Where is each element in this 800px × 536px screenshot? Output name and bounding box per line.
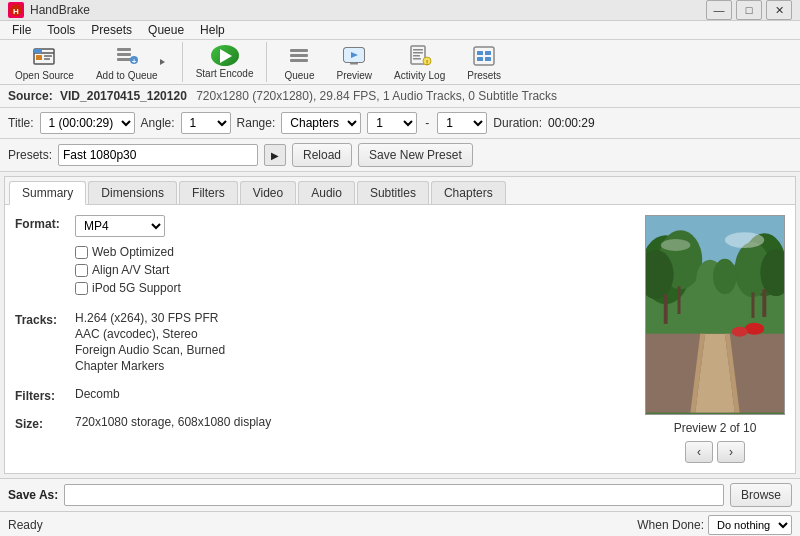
track-line-4: Chapter Markers	[75, 359, 629, 373]
align-av-start-label: Align A/V Start	[92, 263, 169, 277]
svg-rect-14	[290, 59, 308, 62]
svg-point-50	[745, 323, 765, 335]
presets-row-label: Presets:	[8, 148, 52, 162]
menu-presets[interactable]: Presets	[83, 21, 140, 39]
info-panel: Format: MP4 MKV Web Optimized	[15, 215, 629, 463]
main-panel: Summary Dimensions Filters Video Audio S…	[4, 176, 796, 474]
title-select[interactable]: 1 (00:00:29)	[40, 112, 135, 134]
presets-toolbar-button[interactable]: Presets	[458, 40, 510, 84]
activity-log-button[interactable]: ! Activity Log	[385, 40, 454, 84]
menubar: File Tools Presets Queue Help	[0, 21, 800, 40]
format-value: MP4 MKV Web Optimized Align A/V Start	[75, 215, 629, 299]
preview-prev-button[interactable]: ‹	[685, 441, 713, 463]
svg-rect-47	[751, 292, 754, 318]
web-optimized-checkbox[interactable]	[75, 246, 88, 259]
reload-button[interactable]: Reload	[292, 143, 352, 167]
preview-next-button[interactable]: ›	[717, 441, 745, 463]
svg-point-43	[713, 259, 737, 294]
maximize-button[interactable]: □	[736, 0, 762, 20]
activity-log-icon: !	[408, 44, 432, 68]
park-svg	[646, 215, 784, 414]
svg-text:!: !	[425, 58, 428, 67]
preview-icon	[342, 44, 366, 68]
svg-text:+: +	[131, 57, 136, 66]
close-button[interactable]: ✕	[766, 0, 792, 20]
controls-row: Title: 1 (00:00:29) Angle: 1 Range: Chap…	[0, 108, 800, 139]
preview-count-label: Preview 2 of 10	[674, 421, 757, 435]
presets-label: Presets	[467, 70, 501, 81]
status-text: Ready	[8, 518, 43, 532]
svg-rect-30	[477, 57, 483, 61]
align-av-start-checkbox[interactable]	[75, 264, 88, 277]
minimize-button[interactable]: —	[706, 0, 732, 20]
tab-summary[interactable]: Summary	[9, 181, 86, 205]
menu-help[interactable]: Help	[192, 21, 233, 39]
save-new-preset-button[interactable]: Save New Preset	[358, 143, 473, 167]
svg-rect-31	[485, 57, 491, 61]
svg-rect-22	[413, 52, 423, 54]
tab-chapters[interactable]: Chapters	[431, 181, 506, 204]
format-select[interactable]: MP4 MKV	[75, 215, 165, 237]
app-title: HandBrake	[30, 3, 706, 17]
svg-rect-13	[290, 54, 308, 57]
size-value: 720x1080 storage, 608x1080 display	[75, 415, 629, 431]
svg-rect-27	[474, 47, 494, 65]
tab-filters[interactable]: Filters	[179, 181, 238, 204]
svg-point-53	[661, 239, 691, 251]
menu-file[interactable]: File	[4, 21, 39, 39]
range-to-select[interactable]: 1	[437, 112, 487, 134]
svg-point-51	[732, 327, 748, 337]
save-as-input[interactable]	[64, 484, 724, 506]
app-icon: H	[8, 2, 24, 18]
tracks-row: Tracks: H.264 (x264), 30 FPS PFR AAC (av…	[15, 311, 629, 375]
filters-value: Decomb	[75, 387, 629, 403]
presets-icon	[472, 44, 496, 68]
ipod-support-checkbox[interactable]	[75, 282, 88, 295]
preview-navigation: ‹ ›	[685, 441, 745, 463]
preview-button[interactable]: Preview	[328, 40, 382, 84]
svg-point-52	[725, 232, 764, 248]
svg-rect-5	[44, 55, 52, 57]
range-from-select[interactable]: 1	[367, 112, 417, 134]
source-info: Source: VID_20170415_120120 720x1280 (72…	[0, 85, 800, 108]
range-type-select[interactable]: Chapters	[281, 112, 361, 134]
toolbar-separator-1	[182, 42, 183, 82]
tracks-value: H.264 (x264), 30 FPS PFR AAC (avcodec), …	[75, 311, 629, 375]
queue-button[interactable]: Queue	[275, 40, 323, 84]
add-to-queue-dropdown-icon[interactable]	[160, 59, 165, 65]
toolbar-separator-2	[266, 42, 267, 82]
tab-video[interactable]: Video	[240, 181, 296, 204]
status-bar: Ready When Done: Do nothing Shutdown Sus…	[0, 511, 800, 536]
tab-dimensions[interactable]: Dimensions	[88, 181, 177, 204]
svg-rect-19	[353, 62, 355, 64]
angle-select[interactable]: 1	[181, 112, 231, 134]
svg-rect-6	[44, 58, 50, 60]
toolbar: Open Source + Add to Queue	[0, 40, 800, 85]
menu-tools[interactable]: Tools	[39, 21, 83, 39]
tab-audio[interactable]: Audio	[298, 181, 355, 204]
browse-button[interactable]: Browse	[730, 483, 792, 507]
queue-label: Queue	[284, 70, 314, 81]
svg-rect-21	[413, 49, 423, 51]
source-label: Source:	[8, 89, 53, 103]
tab-content: Format: MP4 MKV Web Optimized	[5, 205, 795, 473]
add-to-queue-button[interactable]: + Add to Queue	[87, 40, 174, 84]
start-encode-button[interactable]: Start Encode	[191, 40, 259, 84]
svg-rect-12	[290, 49, 308, 52]
range-label: Range:	[237, 116, 276, 130]
presets-input[interactable]	[58, 144, 258, 166]
presets-dropdown-btn[interactable]: ▶	[264, 144, 286, 166]
svg-rect-8	[117, 53, 131, 56]
duration-label: Duration:	[493, 116, 542, 130]
format-row: Format: MP4 MKV Web Optimized	[15, 215, 629, 299]
when-done-select[interactable]: Do nothing Shutdown Suspend Hibernate	[708, 515, 792, 535]
open-source-icon	[32, 44, 56, 68]
menu-queue[interactable]: Queue	[140, 21, 192, 39]
align-av-start-row: Align A/V Start	[75, 263, 629, 277]
track-line-1: H.264 (x264), 30 FPS PFR	[75, 311, 629, 325]
svg-rect-45	[678, 286, 681, 314]
ipod-support-row: iPod 5G Support	[75, 281, 629, 295]
activity-log-label: Activity Log	[394, 70, 445, 81]
open-source-button[interactable]: Open Source	[6, 40, 83, 84]
tab-subtitles[interactable]: Subtitles	[357, 181, 429, 204]
